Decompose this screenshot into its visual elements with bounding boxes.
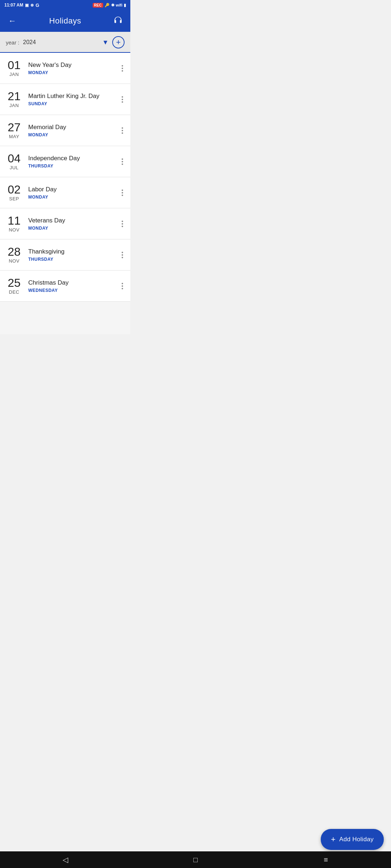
- holiday-date: 28 NOV: [6, 246, 22, 264]
- holiday-info: Memorial Day MONDAY: [28, 124, 114, 137]
- holiday-day-num: 02: [8, 184, 21, 195]
- holiday-name: Labor Day: [28, 186, 114, 193]
- screen-record-icon: ▣: [25, 3, 29, 8]
- status-time: 11:07 AM: [4, 3, 23, 8]
- holidays-list: 01 JAN New Year's Day MONDAY 21 JAN Mart…: [0, 53, 130, 334]
- holiday-item: 04 JUL Independence Day THURSDAY: [0, 146, 130, 177]
- headset-button[interactable]: [112, 14, 125, 27]
- key-icon: 🔑: [105, 3, 110, 8]
- holiday-month: DEC: [9, 289, 20, 295]
- holiday-info: Independence Day THURSDAY: [28, 155, 114, 169]
- holiday-item: 01 JAN New Year's Day MONDAY: [0, 53, 130, 84]
- fab-container: + Add Holiday: [0, 829, 130, 850]
- more-options-button[interactable]: [120, 95, 125, 104]
- holiday-item: 27 MAY Memorial Day MONDAY: [0, 115, 130, 146]
- more-options-button[interactable]: [120, 219, 125, 229]
- holiday-day-num: 11: [8, 215, 21, 226]
- bluetooth-icon: ✱: [111, 3, 114, 8]
- holiday-item: 02 SEP Labor Day MONDAY: [0, 177, 130, 208]
- holiday-month: JAN: [9, 72, 19, 77]
- more-options-button[interactable]: [120, 157, 125, 166]
- holiday-info: Labor Day MONDAY: [28, 186, 114, 200]
- more-options-button[interactable]: [120, 188, 125, 197]
- year-value: 2024: [23, 39, 99, 46]
- more-options-button[interactable]: [120, 281, 125, 291]
- holiday-item: 11 NOV Veterans Day MONDAY: [0, 208, 130, 239]
- holiday-weekday: MONDAY: [28, 226, 114, 231]
- holiday-day-num: 21: [8, 90, 21, 102]
- holiday-info: Thanksgiving THURSDAY: [28, 248, 114, 262]
- holiday-date: 01 JAN: [6, 59, 22, 77]
- holiday-date: 25 DEC: [6, 277, 22, 295]
- holiday-day-num: 27: [8, 122, 21, 133]
- holiday-date: 21 JAN: [6, 90, 22, 108]
- signal-icon: ⊗: [30, 3, 34, 8]
- holiday-weekday: THURSDAY: [28, 163, 114, 169]
- holiday-info: New Year's Day MONDAY: [28, 61, 114, 75]
- holiday-day-num: 04: [8, 153, 21, 164]
- holiday-date: 11 NOV: [6, 215, 22, 233]
- holiday-day-num: 25: [8, 277, 21, 289]
- svg-rect-0: [114, 20, 116, 23]
- holiday-name: Christmas Day: [28, 279, 114, 286]
- holiday-month: MAY: [9, 134, 20, 139]
- holiday-name: Martin Luther King Jr. Day: [28, 93, 114, 100]
- status-right: REC 🔑 ✱ wifi ▮: [93, 3, 126, 8]
- holiday-month: JUL: [10, 165, 19, 170]
- holiday-item: 25 DEC Christmas Day WEDNESDAY: [0, 271, 130, 302]
- holiday-info: Christmas Day WEDNESDAY: [28, 279, 114, 293]
- back-button[interactable]: ←: [6, 14, 19, 27]
- more-options-button[interactable]: [120, 250, 125, 260]
- holiday-month: NOV: [9, 227, 20, 233]
- more-options-button[interactable]: [120, 64, 125, 73]
- nav-bar: ◁ □ ≡: [0, 851, 130, 868]
- holiday-name: Memorial Day: [28, 124, 114, 131]
- battery-icon: ▮: [124, 3, 126, 8]
- holiday-month: JAN: [9, 103, 19, 108]
- holiday-day-num: 28: [8, 246, 21, 258]
- holiday-weekday: THURSDAY: [28, 257, 114, 262]
- headset-icon: [113, 16, 123, 26]
- holiday-name: Veterans Day: [28, 217, 114, 224]
- holiday-name: New Year's Day: [28, 61, 114, 69]
- holiday-date: 02 SEP: [6, 184, 22, 201]
- holiday-day-num: 01: [8, 59, 21, 71]
- add-year-button[interactable]: +: [112, 36, 125, 48]
- holiday-date: 27 MAY: [6, 122, 22, 139]
- holiday-info: Martin Luther King Jr. Day SUNDAY: [28, 93, 114, 106]
- holiday-weekday: MONDAY: [28, 132, 114, 137]
- status-bar: 11:07 AM ▣ ⊗ G REC 🔑 ✱ wifi ▮: [0, 0, 130, 10]
- holiday-weekday: SUNDAY: [28, 101, 114, 106]
- holiday-weekday: MONDAY: [28, 70, 114, 75]
- status-left: 11:07 AM ▣ ⊗ G: [4, 3, 39, 8]
- holiday-name: Thanksgiving: [28, 248, 114, 255]
- nav-back-button[interactable]: ◁: [58, 854, 72, 865]
- year-dropdown-icon[interactable]: ▼: [102, 39, 109, 46]
- holiday-item: 21 JAN Martin Luther King Jr. Day SUNDAY: [0, 84, 130, 115]
- holiday-month: NOV: [9, 258, 20, 264]
- year-label: year :: [6, 39, 20, 46]
- year-selector: year : 2024 ▼ +: [0, 32, 130, 53]
- holiday-item: 28 NOV Thanksgiving THURSDAY: [0, 239, 130, 271]
- google-icon: G: [35, 3, 39, 8]
- holiday-weekday: MONDAY: [28, 195, 114, 200]
- holiday-date: 04 JUL: [6, 153, 22, 170]
- holiday-weekday: WEDNESDAY: [28, 288, 114, 293]
- holiday-info: Veterans Day MONDAY: [28, 217, 114, 231]
- more-options-button[interactable]: [120, 126, 125, 135]
- page-title: Holidays: [49, 16, 81, 26]
- holiday-name: Independence Day: [28, 155, 114, 162]
- rec-icon: REC: [93, 3, 103, 8]
- app-bar: ← Holidays: [0, 10, 130, 32]
- svg-rect-1: [120, 20, 121, 23]
- holiday-month: SEP: [9, 196, 19, 201]
- wifi-icon: wifi: [116, 3, 122, 7]
